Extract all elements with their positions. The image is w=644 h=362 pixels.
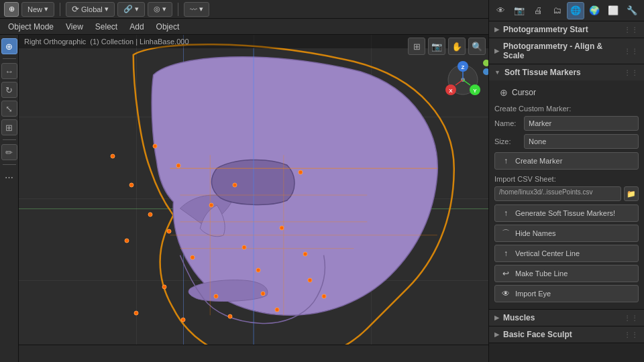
- create-marker-button[interactable]: ↑ Create Marker: [494, 152, 639, 170]
- cursor-label: Cursor: [512, 88, 536, 97]
- import-csv-label: Import CSV Sheet:: [494, 175, 639, 183]
- magnify-btn[interactable]: 🔍: [468, 38, 486, 55]
- marker-3: [153, 143, 158, 148]
- menu-view[interactable]: View: [60, 21, 89, 33]
- marker-6: [125, 239, 129, 243]
- generate-markers-button[interactable]: ↑ Generate Soft Tissue Markers!: [494, 204, 639, 222]
- skull-viewport: [19, 35, 488, 362]
- arrow-icon-4: ▶: [494, 314, 499, 321]
- panel-view-icon[interactable]: 👁: [492, 2, 509, 19]
- gizmo-dot-blue: [483, 68, 488, 75]
- menu-object[interactable]: Object: [151, 21, 185, 33]
- proportional-icon: ◎: [154, 5, 160, 13]
- arrow-icon: ▶: [494, 26, 499, 33]
- separator-1: [60, 3, 60, 16]
- menu-select[interactable]: Select: [90, 21, 123, 33]
- section-header-soft-tissue[interactable]: ▼ Soft Tissue Markers ⋮⋮: [489, 64, 644, 80]
- marker-5: [148, 213, 153, 217]
- mode-dropdown-icon: ▾: [44, 5, 48, 13]
- generate-label: Generate Soft Tissue Markers!: [515, 209, 615, 217]
- section-muscles: ▶ Muscles ⋮⋮: [489, 310, 644, 326]
- arrow-icon-3: ▼: [494, 69, 500, 76]
- panel-render-icon[interactable]: 📷: [511, 2, 528, 19]
- tool-annotate[interactable]: ✏: [1, 144, 17, 160]
- menu-object-mode[interactable]: Object Mode: [3, 21, 59, 33]
- make-tube-button[interactable]: ↩ Make Tube Line: [494, 265, 639, 282]
- svg-text:Y: Y: [473, 88, 477, 94]
- panel-object-icon[interactable]: ⬜: [604, 2, 622, 19]
- tool-move[interactable]: ↔: [1, 63, 17, 79]
- tool-cursor[interactable]: ⊕: [1, 38, 17, 54]
- size-input[interactable]: [524, 134, 639, 149]
- vertical-center-button[interactable]: ↑ Vertical Center Line: [494, 245, 639, 262]
- transform-icon: ⟳: [72, 4, 79, 14]
- mode-label: New: [28, 5, 42, 13]
- section-header-photogrammetry-start[interactable]: ▶ Photogrammetry Start ⋮⋮: [489, 21, 644, 38]
- grid-overlay-btn[interactable]: ⊞: [408, 38, 425, 55]
- drag-handle-5: ⋮⋮: [624, 331, 639, 339]
- panel-modifier-icon[interactable]: 🔧: [623, 2, 641, 19]
- svg-text:X: X: [449, 88, 453, 94]
- panel-scene-icon[interactable]: 🌐: [567, 2, 584, 19]
- marker-15: [162, 284, 167, 289]
- section-photogrammetry-align: ▶ Photogrammetry - Align & Scale ⋮⋮: [489, 38, 644, 64]
- tool-rotate[interactable]: ↻: [1, 82, 17, 98]
- collection-label: (1) Collection | LinhaBase.000: [90, 38, 189, 46]
- marker-18: [308, 278, 313, 283]
- marker-1: [111, 154, 115, 158]
- cursor-tool-active[interactable]: ⊕: [4, 2, 19, 17]
- marker-21: [228, 314, 233, 318]
- section-label-photogrammetry-start: Photogrammetry Start: [503, 25, 588, 34]
- panel-view-layer-icon[interactable]: 🗂: [548, 2, 566, 19]
- soft-tissue-content: ⊕ Cursor Create Custom Marker: Name: Siz…: [489, 80, 644, 309]
- left-toolbar: ⊕ ↔ ↻ ⤡ ⊞ ✏ ⋯: [0, 35, 19, 362]
- tool-transform[interactable]: ⊞: [1, 119, 17, 135]
- graph-btn[interactable]: 〰 ▾: [184, 2, 209, 17]
- import-eye-label: Import Eye: [515, 290, 551, 298]
- name-label: Name:: [494, 119, 521, 127]
- hide-icon: ⌒: [500, 228, 511, 239]
- marker-22: [275, 307, 280, 312]
- section-basic-face: ▶ Basic Face Sculpt ⋮⋮: [489, 326, 644, 343]
- section-soft-tissue-markers: ▼ Soft Tissue Markers ⋮⋮ ⊕ Cursor Create…: [489, 64, 644, 310]
- snap-dropdown[interactable]: 🔗 ▾: [117, 2, 145, 17]
- marker-14: [303, 251, 308, 256]
- gizmo-dot-green: [483, 60, 488, 66]
- section-header-muscles[interactable]: ▶ Muscles ⋮⋮: [489, 310, 644, 326]
- transform-dropdown[interactable]: ⟳ Global ▾: [66, 2, 115, 17]
- marker-10: [191, 255, 195, 259]
- panel-top-icons: 👁 📷 🖨 🗂 🌐 🌍 ⬜ 🔧: [489, 0, 644, 21]
- panel-output-icon[interactable]: 🖨: [529, 2, 547, 19]
- drag-handle-2: ⋮⋮: [624, 48, 639, 55]
- gizmo[interactable]: Z X Y: [443, 56, 483, 103]
- marker-9: [233, 183, 237, 188]
- drag-handle-4: ⋮⋮: [624, 314, 639, 322]
- proportional-btn[interactable]: ◎ ▾: [148, 2, 172, 17]
- menu-add[interactable]: Add: [124, 21, 149, 33]
- right-panel: 👁 📷 🖨 🗂 🌐 🌍 ⬜ 🔧 ▶ Photogrammetry Start ⋮…: [488, 0, 644, 362]
- hide-names-button[interactable]: ⌒ Hide Names: [494, 225, 639, 242]
- section-header-basic-face[interactable]: ▶ Basic Face Sculpt ⋮⋮: [489, 326, 644, 343]
- vertical-center-label: Vertical Center Line: [515, 249, 580, 257]
- name-input[interactable]: [524, 116, 639, 131]
- separator-2: [178, 3, 178, 16]
- hand-btn[interactable]: ✋: [448, 38, 466, 55]
- marker-7: [167, 229, 172, 233]
- marker-16: [214, 294, 219, 299]
- panel-world-icon[interactable]: 🌍: [586, 2, 603, 19]
- camera-overlay-btn[interactable]: 📷: [428, 38, 445, 55]
- file-browse-button[interactable]: 📁: [624, 186, 639, 201]
- section-header-photogrammetry-align[interactable]: ▶ Photogrammetry - Align & Scale ⋮⋮: [489, 38, 644, 64]
- file-path-display: /home/linux3d/..issuePoints.csv: [494, 186, 621, 201]
- vertical-icon: ↑: [500, 249, 511, 258]
- arrow-icon-2: ▶: [494, 48, 499, 54]
- size-form-row: Size:: [494, 134, 639, 149]
- create-custom-label: Create Custom Marker:: [494, 105, 639, 113]
- cursor-icon: ⊕: [500, 87, 508, 98]
- mode-dropdown[interactable]: New ▾: [21, 2, 54, 17]
- tool-extra-1[interactable]: ⋯: [1, 169, 17, 185]
- import-eye-button[interactable]: 👁 Import Eye: [494, 285, 639, 302]
- generate-icon: ↑: [500, 208, 511, 218]
- viewport[interactable]: Right Orthographic (1) Collection | Linh…: [19, 35, 488, 362]
- tool-scale[interactable]: ⤡: [1, 101, 17, 117]
